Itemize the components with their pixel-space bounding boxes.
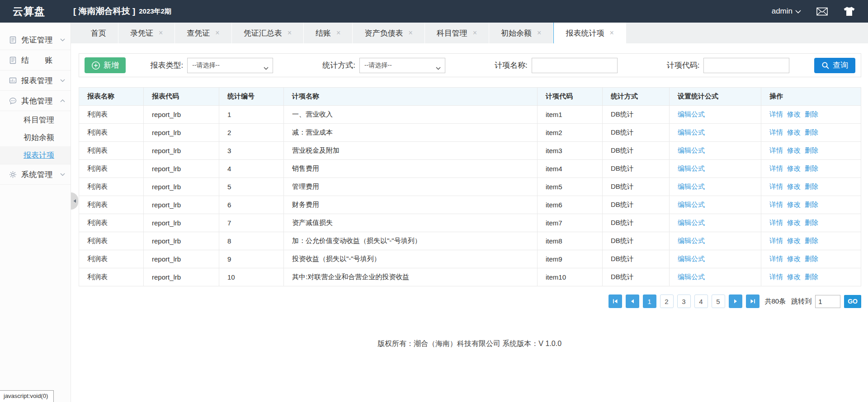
tab-balance-sheet[interactable]: 资产负债表× [353, 23, 425, 43]
detail-link[interactable]: 详情 [769, 273, 783, 280]
delete-link[interactable]: 删除 [805, 146, 818, 154]
page-button-1-current[interactable]: 1 [643, 294, 656, 308]
detail-link[interactable]: 详情 [769, 201, 783, 208]
delete-link[interactable]: 删除 [805, 201, 818, 208]
delete-link[interactable]: 删除 [805, 182, 818, 190]
modify-link[interactable]: 修改 [787, 255, 801, 262]
cell-item-name: 加：公允价值变动收益（损失以"-"号填列） [284, 232, 538, 250]
delete-link[interactable]: 删除 [805, 128, 818, 136]
edit-formula-link[interactable]: 编辑公式 [678, 146, 705, 154]
modify-link[interactable]: 修改 [787, 110, 801, 118]
modify-link[interactable]: 修改 [787, 219, 801, 226]
detail-link[interactable]: 详情 [769, 146, 783, 154]
tab-close-icon[interactable]: × [215, 29, 219, 37]
edit-formula-link[interactable]: 编辑公式 [678, 201, 705, 208]
detail-link[interactable]: 详情 [769, 110, 783, 118]
sidebar-item-subject-management[interactable]: 科目管理 [0, 111, 71, 129]
detail-link[interactable]: 详情 [769, 164, 783, 172]
tab-voucher-entry[interactable]: 录凭证× [118, 23, 175, 43]
tab-close-icon[interactable]: × [336, 29, 340, 37]
first-page-button[interactable] [609, 294, 622, 308]
column-header: 设置统计公式 [670, 88, 761, 106]
add-button[interactable]: 新增 [85, 57, 126, 73]
modify-link[interactable]: 修改 [787, 128, 801, 136]
detail-link[interactable]: 详情 [769, 182, 783, 190]
edit-formula-link[interactable]: 编辑公式 [678, 273, 705, 280]
tab-initial-balance[interactable]: 初始余额× [489, 23, 553, 43]
edit-formula-link[interactable]: 编辑公式 [678, 164, 705, 172]
tab-close-icon[interactable]: × [537, 29, 541, 37]
edit-formula-link[interactable]: 编辑公式 [678, 219, 705, 226]
tab-closing[interactable]: 结账× [304, 23, 353, 43]
mail-icon[interactable] [816, 7, 828, 16]
detail-link[interactable]: 详情 [769, 219, 783, 226]
modify-link[interactable]: 修改 [787, 146, 801, 154]
page-button-3[interactable]: 3 [677, 294, 691, 308]
cell-formula: 编辑公式 [670, 232, 761, 250]
theme-shirt-icon[interactable] [843, 6, 855, 16]
detail-link[interactable]: 详情 [769, 128, 783, 136]
sidebar-item-report-management[interactable]: 报表管理 [0, 70, 71, 91]
jump-page-input[interactable] [815, 295, 840, 308]
delete-link[interactable]: 删除 [805, 164, 818, 172]
query-button[interactable]: 查询 [814, 58, 855, 73]
tab-close-icon[interactable]: × [609, 29, 613, 37]
modify-link[interactable]: 修改 [787, 273, 801, 280]
tab-report-stat-items[interactable]: 报表统计项× [553, 23, 626, 43]
column-header: 报表名称 [79, 88, 144, 106]
detail-link[interactable]: 详情 [769, 237, 783, 244]
cell-report-name: 利润表 [79, 250, 144, 268]
user-menu[interactable]: admin [772, 7, 801, 16]
report-type-select[interactable]: --请选择-- [187, 58, 273, 73]
sidebar-item-initial-balance[interactable]: 初始余额 [0, 129, 71, 146]
modify-link[interactable]: 修改 [787, 201, 801, 208]
edit-formula-link[interactable]: 编辑公式 [678, 237, 705, 244]
tab-label: 查凭证 [187, 28, 210, 38]
tab-subject-management[interactable]: 科目管理× [425, 23, 489, 43]
tab-close-icon[interactable]: × [159, 29, 163, 37]
go-button[interactable]: GO [844, 295, 861, 308]
delete-link[interactable]: 删除 [805, 255, 818, 262]
edit-formula-link[interactable]: 编辑公式 [678, 110, 705, 118]
tab-close-icon[interactable]: × [408, 29, 412, 37]
edit-formula-link[interactable]: 编辑公式 [678, 255, 705, 262]
delete-link[interactable]: 删除 [805, 110, 818, 118]
cell-report-code: report_lrb [144, 232, 219, 250]
tab-close-icon[interactable]: × [288, 29, 292, 37]
tab-close-icon[interactable]: × [473, 29, 477, 37]
last-page-button[interactable] [746, 294, 760, 308]
sidebar-item-closing[interactable]: 结 账 [0, 50, 71, 70]
sidebar-item-other-management[interactable]: 其他管理 [0, 91, 71, 111]
detail-link[interactable]: 详情 [769, 255, 783, 262]
modify-link[interactable]: 修改 [787, 182, 801, 190]
tab-home[interactable]: 首页 [79, 23, 118, 43]
sidebar-item-voucher-management[interactable]: 凭证管理 [0, 30, 71, 50]
cell-formula: 编辑公式 [670, 178, 761, 196]
tab-voucher-summary[interactable]: 凭证汇总表× [232, 23, 304, 43]
cell-report-name: 利润表 [79, 106, 144, 124]
next-page-button[interactable] [729, 294, 742, 308]
cell-stat-no: 8 [219, 232, 284, 250]
cell-report-name: 利润表 [79, 232, 144, 250]
chevron-down-icon [60, 38, 65, 42]
modify-link[interactable]: 修改 [787, 164, 801, 172]
modify-link[interactable]: 修改 [787, 237, 801, 244]
add-button-label: 新增 [104, 60, 119, 70]
page-button-2[interactable]: 2 [660, 294, 674, 308]
item-code-input[interactable] [703, 58, 789, 73]
delete-link[interactable]: 删除 [805, 273, 818, 280]
page-button-4[interactable]: 4 [694, 294, 708, 308]
sidebar-item-report-items[interactable]: 报表计项 [0, 146, 71, 164]
filter-group-item-name: 计项名称: [495, 58, 618, 73]
stat-method-select[interactable]: --请选择-- [359, 58, 445, 73]
sidebar-item-system-management[interactable]: 系统管理 [0, 164, 71, 185]
page-button-5[interactable]: 5 [712, 294, 725, 308]
edit-formula-link[interactable]: 编辑公式 [678, 182, 705, 190]
item-name-input[interactable] [532, 58, 618, 73]
cell-formula: 编辑公式 [670, 268, 761, 286]
delete-link[interactable]: 删除 [805, 219, 818, 226]
prev-page-button[interactable] [626, 294, 639, 308]
tab-voucher-query[interactable]: 查凭证× [175, 23, 231, 43]
edit-formula-link[interactable]: 编辑公式 [678, 128, 705, 136]
delete-link[interactable]: 删除 [805, 237, 818, 244]
